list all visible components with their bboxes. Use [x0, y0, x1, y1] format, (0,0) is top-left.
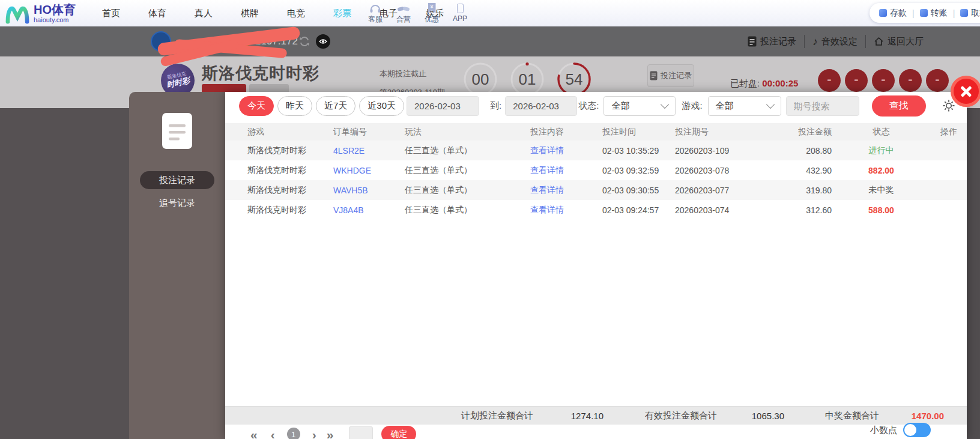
table-row: 斯洛伐克时时彩 VJ8A4B 任三直选（单式） 查看详情 02-03 09:24…	[225, 200, 967, 220]
status-label: 状态:	[578, 100, 599, 112]
nav-item-home[interactable]: 首页	[102, 8, 120, 19]
draw-ball: -	[872, 69, 895, 92]
nav-item-chess[interactable]: 棋牌	[241, 8, 259, 19]
nav-item-live[interactable]: 真人	[195, 8, 213, 19]
to-label: 到:	[490, 100, 501, 112]
status-select[interactable]: 全部	[603, 96, 676, 116]
deposit-link[interactable]: 存款	[879, 8, 907, 19]
toggle-balance-visibility-eye-icon[interactable]	[316, 34, 330, 49]
modal-overlay-left	[0, 108, 129, 439]
date-to-input[interactable]	[505, 96, 577, 116]
first-page-icon[interactable]: «	[250, 428, 258, 439]
plan-total-label: 计划投注金额合计	[461, 410, 533, 422]
brand-title: HO体育	[34, 3, 76, 16]
balance-amount: 2197.172	[255, 35, 298, 47]
table-header: 游戏 订单编号 玩法 投注内容 投注时间 投注期号 投注金额 状态 操作	[225, 123, 967, 141]
modal-close-button[interactable]	[951, 76, 980, 107]
view-detail-link[interactable]: 查看详情	[530, 145, 602, 156]
nav-item-lottery[interactable]: 彩票	[333, 8, 351, 19]
view-detail-link[interactable]: 查看详情	[530, 165, 602, 176]
decimal-label: 小数点	[870, 425, 897, 436]
draw-ball: -	[926, 69, 949, 92]
brand-logo[interactable]: HO体育 haiouty.com	[5, 2, 96, 24]
next-page-icon[interactable]: ›	[312, 428, 316, 439]
game-label: 游戏:	[682, 100, 702, 112]
period-search-input[interactable]	[786, 96, 859, 116]
sidebar-item-chase-records[interactable]: 追号记录	[140, 194, 214, 212]
headset-icon	[364, 2, 387, 13]
last-page-icon[interactable]: »	[327, 428, 334, 439]
win-total-value: 1470.00	[879, 411, 944, 421]
valid-total-label: 有效投注金额合计	[645, 410, 717, 422]
status-badge: 未中奖	[832, 185, 931, 196]
order-link[interactable]: WKHDGE	[333, 166, 405, 175]
view-detail-link[interactable]: 查看详情	[530, 205, 602, 216]
table-row: 斯洛伐克时时彩 WKHDGE 任三直选（单式） 查看详情 02-03 09:32…	[225, 160, 967, 180]
current-page-badge[interactable]: 1	[287, 428, 300, 439]
game-title: 斯洛伐克时时彩	[202, 62, 319, 84]
transfer-link[interactable]: 转账	[920, 8, 948, 19]
page-jump-input[interactable]	[349, 426, 373, 439]
draw-ball: -	[818, 69, 841, 92]
range-today-button[interactable]: 今天	[239, 96, 274, 116]
home-icon	[874, 37, 884, 46]
view-detail-link[interactable]: 查看详情	[530, 185, 602, 196]
valid-total-value: 1065.30	[717, 411, 784, 421]
music-note-icon: ♪	[812, 36, 818, 47]
partnership-link[interactable]: 合营	[392, 2, 415, 25]
brand-mark-icon	[5, 2, 30, 24]
nav-item-esports[interactable]: 电竞	[287, 8, 305, 19]
modal-sidebar: 投注记录 追号记录	[129, 92, 225, 439]
user-balance-bar: 2197.172 投注记录 ♪ 音效设定 返回大厅	[0, 26, 980, 56]
promo-ribbon-icon: ¥	[420, 2, 443, 13]
withdraw-icon	[960, 9, 968, 17]
search-button[interactable]: 查找	[872, 95, 926, 117]
table-row: 斯洛伐克时时彩 4LSR2E 任三直选（单式） 查看详情 02-03 10:35…	[225, 141, 967, 160]
withdraw-link[interactable]: 取款	[960, 8, 980, 19]
order-link[interactable]: VJ8A4B	[333, 205, 405, 215]
record-document-icon	[162, 112, 193, 152]
bet-record-link[interactable]: 投注记录	[748, 36, 796, 47]
plan-total-value: 1274.10	[533, 411, 603, 421]
divider: |	[912, 8, 915, 18]
table-row: 斯洛伐克时时彩 WAVH5B 任三直选（单式） 查看详情 02-03 09:30…	[225, 180, 967, 200]
range-yesterday-button[interactable]: 昨天	[277, 96, 312, 116]
phone-icon	[449, 2, 471, 13]
customer-service-link[interactable]: 客服	[364, 2, 387, 25]
decimal-toggle-block: 小数点	[870, 423, 931, 437]
date-from-input[interactable]	[407, 96, 479, 116]
range-30days-button[interactable]: 近30天	[359, 96, 404, 116]
chevron-down-icon	[661, 100, 669, 109]
pagination-bar: « ‹ 1 › » 确定	[225, 422, 967, 439]
bet-record-button[interactable]: 投注记录	[647, 64, 694, 87]
market-closed-status: 已封盘: 00:00:25	[730, 78, 798, 89]
filter-bar: 今天 昨天 近7天 近30天 到: 状态: 全部 游戏: 全部 查找	[225, 95, 967, 117]
status-badge: 进行中	[832, 145, 931, 156]
userbar-menu: 投注记录 ♪ 音效设定 返回大厅	[748, 26, 924, 56]
order-link[interactable]: 4LSR2E	[333, 146, 405, 156]
game-select[interactable]: 全部	[708, 96, 781, 116]
order-link[interactable]: WAVH5B	[333, 186, 405, 195]
status-badge: 882.00	[832, 166, 931, 175]
page-jump-confirm-button[interactable]: 确定	[381, 426, 416, 439]
modal-overlay-right	[967, 108, 980, 439]
quick-links: 客服 合营 ¥ 优惠 APP	[364, 2, 471, 25]
draw-number-balls: - - - - -	[818, 69, 949, 92]
sidebar-item-bet-records[interactable]: 投注记录	[140, 171, 214, 189]
transfer-icon	[920, 9, 928, 17]
range-7days-button[interactable]: 近7天	[316, 96, 355, 116]
prev-page-icon[interactable]: ‹	[271, 428, 275, 439]
promotions-link[interactable]: ¥ 优惠	[420, 2, 443, 25]
bet-records-modal: 今天 昨天 近7天 近30天 到: 状态: 全部 游戏: 全部 查找	[225, 92, 967, 439]
sound-settings-link[interactable]: ♪ 音效设定	[812, 36, 858, 47]
status-badge: 588.00	[832, 205, 931, 215]
app-download-link[interactable]: APP	[449, 2, 471, 25]
deposit-icon	[879, 9, 887, 17]
wallet-pill: 存款 | 转账 | 取款	[870, 3, 980, 23]
back-to-lobby-link[interactable]: 返回大厅	[874, 36, 924, 47]
avatar[interactable]	[151, 31, 171, 52]
draw-ball: -	[899, 69, 922, 92]
decimal-toggle[interactable]	[903, 423, 931, 437]
refresh-balance-icon[interactable]	[298, 35, 310, 50]
nav-item-sports[interactable]: 体育	[148, 8, 166, 19]
